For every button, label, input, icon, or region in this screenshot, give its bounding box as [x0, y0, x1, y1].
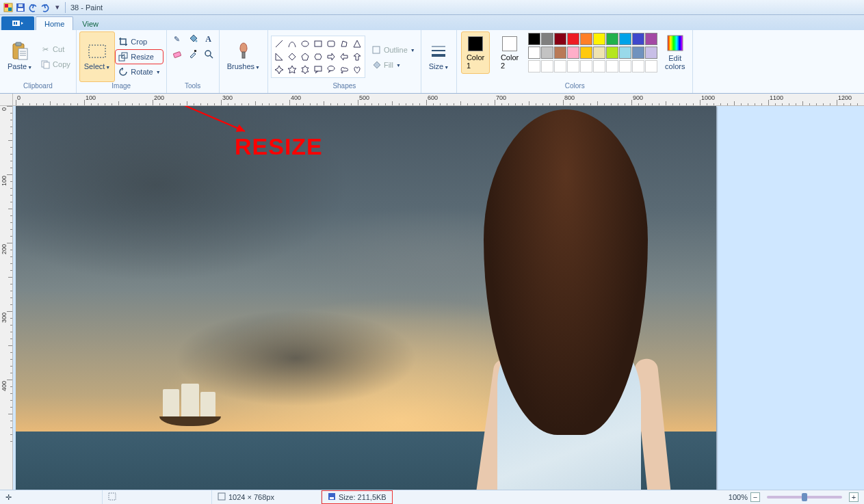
shape-outline-button[interactable]: Outline▼	[368, 42, 418, 57]
shapes-gallery[interactable]	[271, 36, 365, 78]
colors-group: Color 1 Color 2 Edit colors Colors	[457, 30, 693, 93]
file-tab[interactable]	[1, 16, 34, 30]
color2-button[interactable]: Color 2	[495, 31, 524, 74]
edit-colors-button[interactable]: Edit colors	[660, 31, 690, 72]
color-swatch[interactable]	[632, 33, 644, 45]
shape-hexagon[interactable]	[312, 51, 324, 63]
shape-line[interactable]	[273, 38, 285, 50]
svg-point-44	[341, 72, 343, 73]
color-swatch[interactable]	[645, 47, 657, 59]
ruler-vertical: 0100200300400	[0, 106, 13, 490]
color-swatch[interactable]	[567, 33, 579, 45]
color-swatch[interactable]	[619, 60, 631, 72]
shape-callout-cloud[interactable]	[338, 64, 350, 76]
select-button[interactable]: Select▼	[79, 31, 116, 82]
svg-rect-17	[89, 45, 105, 57]
color-swatch[interactable]	[606, 33, 618, 45]
size-button[interactable]: Size▼	[424, 31, 454, 82]
view-tab[interactable]: View	[73, 16, 107, 30]
undo-icon[interactable]	[27, 2, 38, 13]
shape-callout-rect[interactable]	[312, 64, 324, 76]
home-tab[interactable]: Home	[36, 16, 73, 30]
shape-oval[interactable]	[299, 38, 311, 50]
color-swatch[interactable]	[541, 47, 553, 59]
color-swatch[interactable]	[554, 47, 566, 59]
color-swatch[interactable]	[619, 33, 631, 45]
color-swatch[interactable]	[541, 60, 553, 72]
canvas-area[interactable]: RESIZE	[13, 106, 864, 490]
qat-dropdown-icon[interactable]: ▾	[52, 2, 63, 13]
shape-roundrect[interactable]	[325, 38, 337, 50]
shape-callout-oval[interactable]	[325, 64, 337, 76]
magnifier-tool[interactable]	[201, 47, 216, 62]
rotate-button[interactable]: Rotate▼	[115, 64, 163, 79]
color-swatch[interactable]	[528, 33, 540, 45]
tools-group-label: Tools	[170, 82, 216, 93]
color1-button[interactable]: Color 1	[461, 31, 490, 74]
shape-curve[interactable]	[286, 38, 298, 50]
shape-arrow-left[interactable]	[338, 51, 350, 63]
color-swatch[interactable]	[606, 60, 618, 72]
zoom-in-button[interactable]: +	[849, 492, 859, 502]
fill-tool[interactable]	[185, 31, 200, 47]
zoom-out-button[interactable]: −	[750, 492, 760, 502]
color2-swatch	[502, 36, 517, 51]
color-swatch[interactable]	[606, 47, 618, 59]
shape-polygon[interactable]	[338, 38, 350, 50]
color-swatch[interactable]	[541, 33, 553, 45]
color-swatch[interactable]	[645, 33, 657, 45]
color-swatch[interactable]	[580, 47, 592, 59]
shape-heart[interactable]	[351, 64, 363, 76]
shape-pentagon[interactable]	[299, 51, 311, 63]
text-tool[interactable]: A	[201, 31, 216, 47]
zoom-slider[interactable]	[767, 496, 842, 499]
color-swatch[interactable]	[593, 33, 605, 45]
shape-star4[interactable]	[273, 64, 285, 76]
color-swatch[interactable]	[593, 60, 605, 72]
shape-arrow-up[interactable]	[351, 51, 363, 63]
redo-icon[interactable]	[40, 2, 51, 13]
color-swatch[interactable]	[632, 47, 644, 59]
shape-fill-button[interactable]: Fill▼	[368, 57, 418, 72]
color-swatch[interactable]	[567, 47, 579, 59]
color-swatch[interactable]	[528, 47, 540, 59]
crop-label: Crop	[131, 38, 147, 46]
svg-rect-10	[16, 42, 21, 46]
color-swatch[interactable]	[580, 60, 592, 72]
color-swatch[interactable]	[554, 60, 566, 72]
color-swatch[interactable]	[580, 33, 592, 45]
pencil-tool[interactable]: ✎	[170, 31, 185, 47]
save-icon[interactable]	[15, 2, 26, 13]
shape-star5[interactable]	[286, 64, 298, 76]
copy-button[interactable]: Copy	[37, 57, 73, 72]
shape-star6[interactable]	[299, 64, 311, 76]
separator	[65, 2, 66, 13]
color-swatch[interactable]	[528, 60, 540, 72]
annotation-text: RESIZE	[235, 133, 323, 160]
shape-rect[interactable]	[312, 38, 324, 50]
color-swatch[interactable]	[567, 60, 579, 72]
color-swatch[interactable]	[554, 33, 566, 45]
canvas[interactable]: RESIZE	[16, 106, 716, 490]
shape-arrow-right[interactable]	[325, 51, 337, 63]
color-swatch[interactable]	[645, 60, 657, 72]
cut-button[interactable]: ✂Cut	[37, 42, 73, 57]
paste-button[interactable]: Paste▼	[3, 31, 37, 82]
eraser-tool[interactable]	[170, 47, 185, 62]
picker-tool[interactable]	[185, 47, 200, 62]
svg-marker-31	[354, 40, 361, 47]
color-swatch[interactable]	[593, 47, 605, 59]
zoom-thumb[interactable]	[802, 493, 807, 501]
select-label: Select	[84, 62, 105, 70]
color-swatch[interactable]	[619, 47, 631, 59]
clipboard-group-label: Clipboard	[3, 82, 73, 93]
tools-group: ✎ A Tools	[167, 30, 220, 93]
brushes-button[interactable]: Brushes▼	[222, 31, 265, 82]
color-swatch[interactable]	[632, 60, 644, 72]
resize-button[interactable]: Resize	[115, 49, 163, 64]
shape-triangle[interactable]	[351, 38, 363, 50]
crop-button[interactable]: Crop	[115, 34, 163, 49]
shape-diamond[interactable]	[286, 51, 298, 63]
dimensions-value: 1024 × 768px	[228, 493, 274, 501]
shape-right-triangle[interactable]	[273, 51, 285, 63]
